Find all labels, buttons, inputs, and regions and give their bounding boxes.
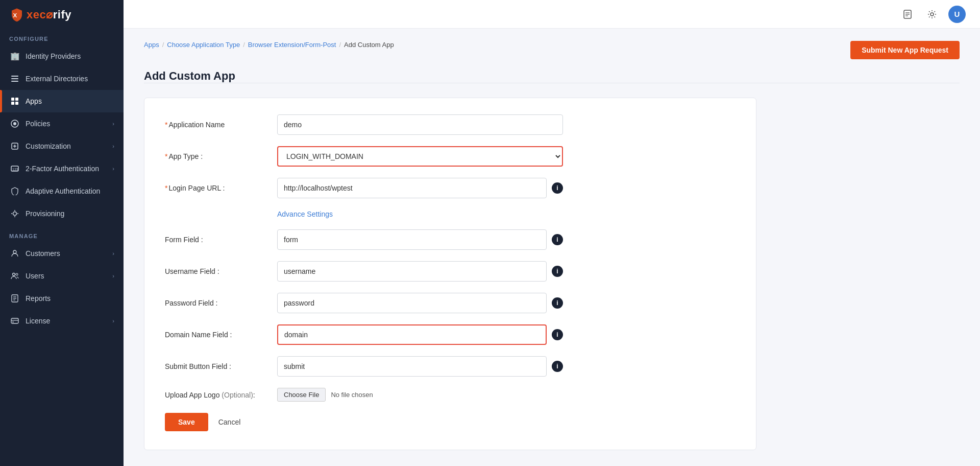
svg-point-22 (16, 273, 18, 275)
cancel-button[interactable]: Cancel (216, 413, 243, 431)
sidebar-item-license[interactable]: License › (0, 310, 124, 332)
manage-section-label: Manage (0, 225, 124, 242)
chevron-right-icon: › (112, 143, 114, 149)
password-field-input[interactable] (277, 293, 547, 313)
svg-rect-2 (11, 78, 18, 79)
domain-name-field-wrap: i (277, 324, 563, 345)
sidebar-item-label: Adaptive Authentication (26, 187, 114, 195)
svg-rect-3 (11, 81, 18, 82)
breadcrumb-apps[interactable]: Apps (144, 41, 159, 49)
sidebar-item-apps[interactable]: Apps (0, 90, 124, 112)
breadcrumb: Apps / Choose Application Type / Browser… (144, 41, 394, 49)
breadcrumb-sep-1: / (162, 41, 164, 49)
app-type-select[interactable]: LOGIN_WITH_DOMAIN LOGIN_WITHOUT_DOMAIN C… (277, 146, 563, 167)
external-directories-icon (9, 73, 20, 84)
upload-logo-field-wrap: Choose File No file chosen (277, 388, 373, 402)
login-page-url-input[interactable] (277, 178, 547, 198)
sidebar-item-label: Identity Providers (26, 52, 114, 60)
main-panel: U Apps / Choose Application Type / Brows… (124, 0, 980, 466)
sidebar-item-customization[interactable]: Customization › (0, 135, 124, 157)
sidebar-item-users[interactable]: Users › (0, 265, 124, 287)
svg-text:X: X (13, 12, 17, 18)
password-field-info-icon[interactable]: i (552, 297, 563, 309)
domain-name-field-info-icon[interactable]: i (552, 329, 563, 340)
app-type-label: *App Type : (165, 152, 277, 160)
sidebar-item-adaptive-auth[interactable]: Adaptive Authentication (0, 180, 124, 202)
logo: X xec⌀rify (0, 0, 124, 28)
required-asterisk: * (165, 152, 167, 160)
application-name-input[interactable] (277, 114, 563, 135)
username-field-wrap: i (277, 261, 563, 282)
chevron-right-icon: › (112, 121, 114, 127)
chevron-right-icon: › (112, 166, 114, 172)
domain-name-field-row: Domain Name Field : i (165, 324, 736, 345)
logo-text: xec⌀rify (27, 8, 71, 21)
sidebar-item-reports[interactable]: Reports (0, 287, 124, 310)
submit-button-field-row: Submit Button Field : i (165, 356, 736, 377)
user-avatar[interactable]: U (948, 6, 966, 23)
svg-point-34 (930, 13, 934, 16)
sidebar-item-2fa[interactable]: 123 2-Factor Authentication › (0, 157, 124, 180)
customers-icon (9, 248, 20, 259)
form-field-row: Form Field : i (165, 229, 736, 250)
breadcrumb-browser-extension[interactable]: Browser Extension/Form-Post (248, 41, 336, 49)
sidebar-item-label: Users (26, 272, 112, 280)
breadcrumb-choose-app-type[interactable]: Choose Application Type (167, 41, 240, 49)
sidebar-item-customers[interactable]: Customers › (0, 242, 124, 265)
topbar: U (124, 0, 980, 29)
license-icon (9, 315, 20, 327)
identity-providers-icon: 🏢 (9, 51, 20, 62)
configure-section-label: Configure (0, 28, 124, 45)
required-asterisk: * (165, 121, 167, 129)
breadcrumb-sep-3: / (339, 41, 341, 49)
form-field-label: Form Field : (165, 236, 277, 244)
svg-text:123: 123 (12, 168, 18, 171)
content-divider (144, 83, 960, 83)
login-page-url-label: *Login Page URL : (165, 184, 277, 192)
no-file-chosen-label: No file chosen (331, 391, 373, 399)
password-field-wrap: i (277, 293, 563, 313)
svg-rect-6 (11, 102, 14, 105)
page-title: Add Custom App (144, 69, 960, 83)
save-button[interactable]: Save (165, 413, 208, 431)
sidebar-item-identity-providers[interactable]: 🏢 Identity Providers (0, 45, 124, 67)
domain-name-field-label: Domain Name Field : (165, 331, 277, 339)
svg-point-9 (13, 122, 16, 125)
choose-file-button[interactable]: Choose File (277, 388, 326, 402)
settings-icon[interactable] (924, 6, 940, 22)
book-icon[interactable] (899, 6, 916, 22)
breadcrumb-current: Add Custom App (344, 41, 394, 49)
sidebar-item-provisioning[interactable]: Provisioning (0, 202, 124, 225)
sidebar-item-policies[interactable]: Policies › (0, 112, 124, 135)
submit-button-field-wrap: i (277, 356, 563, 377)
policies-icon (9, 118, 20, 129)
svg-rect-29 (12, 322, 14, 323)
svg-point-20 (13, 250, 16, 253)
sidebar-item-external-directories[interactable]: External Directories (0, 67, 124, 90)
apps-icon (9, 96, 20, 107)
chevron-right-icon: › (112, 318, 114, 324)
upload-logo-label: Upload App Logo (Optional): (165, 391, 277, 399)
login-page-url-info-icon[interactable]: i (552, 182, 563, 194)
app-type-field-wrap: LOGIN_WITH_DOMAIN LOGIN_WITHOUT_DOMAIN C… (277, 146, 563, 167)
sidebar-item-label: Provisioning (26, 209, 114, 218)
svg-rect-7 (15, 102, 18, 105)
submit-button-field-info-icon[interactable]: i (552, 361, 563, 372)
domain-name-field-input[interactable] (277, 324, 547, 345)
password-field-label: Password Field : (165, 299, 277, 307)
submit-button-field-input[interactable] (277, 356, 547, 377)
sidebar-item-label: Policies (26, 120, 112, 128)
username-field-info-icon[interactable]: i (552, 266, 563, 277)
username-field-row: Username Field : i (165, 261, 736, 282)
form-field-input[interactable] (277, 229, 547, 250)
required-asterisk: * (165, 184, 167, 192)
2fa-icon: 123 (9, 163, 20, 174)
chevron-right-icon: › (112, 273, 114, 279)
login-page-url-field-wrap: i (277, 178, 563, 198)
submit-new-app-request-button[interactable]: Submit New App Request (850, 41, 960, 59)
form-field-info-icon[interactable]: i (552, 234, 563, 245)
username-field-input[interactable] (277, 261, 547, 282)
upload-logo-row: Upload App Logo (Optional): Choose File … (165, 388, 736, 402)
advance-settings-link[interactable]: Advance Settings (277, 210, 333, 218)
sidebar-item-label: License (26, 317, 112, 325)
